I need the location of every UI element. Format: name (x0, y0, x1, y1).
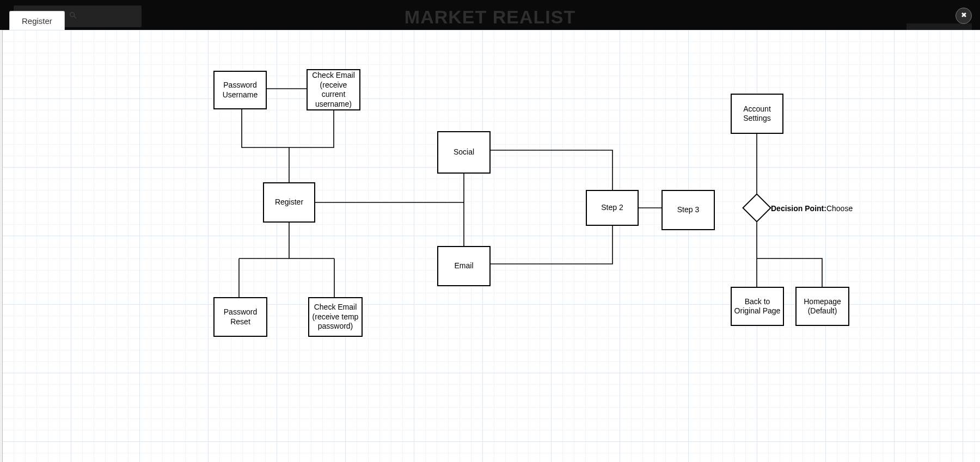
svg-point-0 (70, 13, 74, 17)
node-email[interactable]: Email (437, 246, 491, 286)
node-homepage-default[interactable]: Homepage (Default) (795, 287, 849, 326)
node-label: Step 3 (677, 205, 699, 215)
magnify-icon (69, 5, 77, 27)
node-label: Email (454, 261, 473, 271)
node-label: Social (454, 147, 474, 157)
node-label: Back to Original Page (734, 297, 781, 316)
canvas-left-edge (0, 30, 3, 462)
tab-label: Register (22, 16, 52, 26)
decision-label-bold: Decision Point: (771, 204, 826, 213)
node-label: Homepage (Default) (799, 297, 846, 316)
node-social[interactable]: Social (437, 131, 491, 174)
node-label: Account Settings (734, 104, 780, 124)
decision-label-rest: Choose (826, 204, 853, 213)
node-account-settings[interactable]: Account Settings (731, 94, 783, 134)
node-check-email-username[interactable]: Check Email (receive current username) (307, 69, 360, 110)
top-bar: t Realist MARKET REALIST Register ✖ (0, 0, 980, 30)
close-button[interactable]: ✖ (955, 8, 972, 24)
node-step-3[interactable]: Step 3 (661, 190, 715, 230)
node-password-reset[interactable]: Password Reset (213, 297, 267, 337)
node-step-2[interactable]: Step 2 (586, 190, 639, 226)
node-decision-diamond[interactable] (746, 198, 767, 218)
node-check-email-password[interactable]: Check Email (receive temp password) (308, 297, 363, 337)
node-register[interactable]: Register (263, 182, 315, 223)
node-label: Step 2 (601, 203, 623, 213)
ghost-right-button (906, 23, 972, 30)
node-password-username[interactable]: Password Username (213, 71, 267, 109)
node-label: Check Email (receive current username) (310, 71, 357, 109)
diagram-canvas[interactable]: Password Username Check Email (receive c… (0, 30, 980, 462)
node-label: Password Reset (217, 307, 264, 327)
diamond-shape (742, 193, 771, 223)
tab-register[interactable]: Register (9, 11, 65, 30)
decision-label: Decision Point:Choose (771, 204, 853, 213)
svg-line-1 (74, 16, 76, 19)
node-label: Check Email (receive temp password) (311, 303, 359, 331)
ghost-center-title: MARKET REALIST (405, 7, 575, 28)
node-label: Password Username (217, 81, 264, 100)
node-label: Register (275, 198, 303, 207)
node-back-to-original[interactable]: Back to Original Page (731, 287, 784, 326)
close-icon: ✖ (961, 11, 967, 19)
